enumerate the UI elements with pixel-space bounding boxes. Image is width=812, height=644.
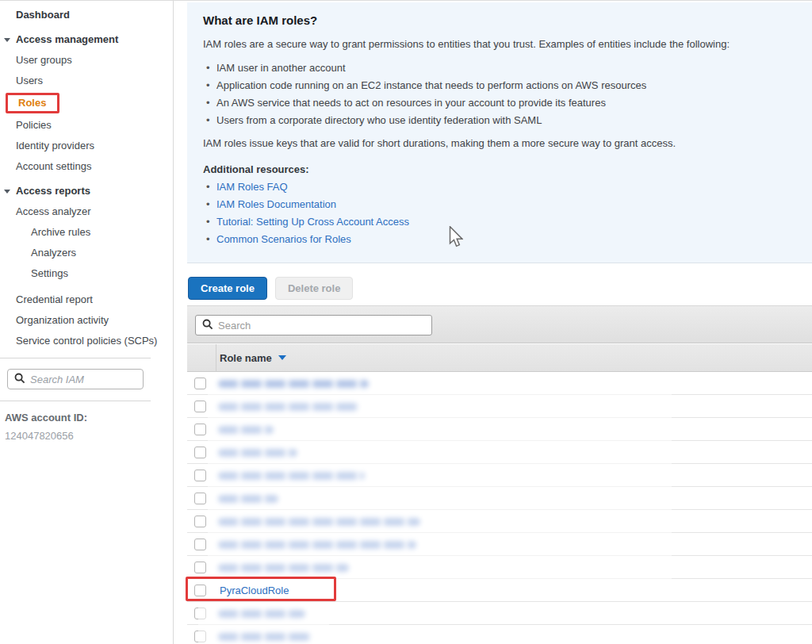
sidebar-item-label: Service control policies (SCPs): [0, 335, 157, 347]
sidebar-item-settings[interactable]: Settings: [0, 263, 173, 284]
resource-list-item: Common Scenarios for Roles: [203, 231, 793, 248]
redacted-role-name: [218, 472, 365, 480]
resource-list-item: IAM Roles FAQ: [203, 178, 793, 196]
table-row: [187, 625, 812, 644]
table-row: [187, 372, 812, 395]
sidebar-item-account-settings[interactable]: Account settings: [0, 156, 173, 177]
resource-link-iam-roles-documentation[interactable]: IAM Roles Documentation: [216, 198, 336, 210]
info-intro-text: IAM roles are a secure way to grant perm…: [203, 37, 793, 52]
sidebar-item-dashboard[interactable]: Dashboard: [0, 5, 173, 25]
sort-descending-icon: [278, 355, 286, 360]
table-row: [187, 510, 812, 533]
sidebar-item-label: Access reports: [0, 185, 90, 197]
sidebar-item-label: Account settings: [0, 160, 91, 172]
account-id-label: AWS account ID:: [5, 412, 87, 424]
chevron-down-icon: [4, 38, 10, 42]
row-checkbox[interactable]: [194, 401, 206, 412]
sidebar-item-label: Roles: [6, 93, 59, 113]
sidebar-item-user-groups[interactable]: User groups: [0, 50, 173, 71]
redacted-role-name: [218, 541, 416, 549]
sidebar-search-box[interactable]: [7, 369, 144, 389]
sidebar-item-label: Access management: [0, 33, 118, 45]
row-checkbox[interactable]: [194, 470, 206, 481]
sidebar-item-label: Archive rules: [0, 226, 90, 238]
create-role-button[interactable]: Create role: [188, 277, 267, 300]
sidebar-item-roles[interactable]: Roles: [0, 91, 173, 115]
sidebar-search-input[interactable]: [30, 374, 125, 385]
row-checkbox[interactable]: [194, 378, 206, 389]
resources-link-list: IAM Roles FAQIAM Roles DocumentationTuto…: [203, 178, 793, 248]
table-row: [187, 395, 812, 418]
info-bullet-item: An AWS service that needs to act on reso…: [203, 94, 793, 112]
row-checkbox[interactable]: [194, 585, 206, 596]
row-checkbox[interactable]: [194, 608, 206, 619]
redacted-role-name: [218, 449, 297, 457]
resource-link-tutorial-setting-up-cross-account-access[interactable]: Tutorial: Setting Up Cross Account Acces…: [216, 216, 409, 228]
table-row: PyraCloudRole: [187, 579, 812, 602]
table-search-input[interactable]: [218, 320, 408, 332]
redacted-role-name: [218, 495, 278, 503]
sidebar-divider: [0, 401, 151, 401]
row-checkbox[interactable]: [194, 493, 206, 504]
sidebar-item-credential-report[interactable]: Credential report: [0, 289, 173, 310]
sidebar-item-label: Credential report: [0, 293, 93, 305]
page-title: What are IAM roles?: [203, 13, 793, 27]
row-checkbox[interactable]: [194, 447, 206, 458]
sidebar-item-users[interactable]: Users: [0, 71, 173, 91]
resource-link-common-scenarios-for-roles[interactable]: Common Scenarios for Roles: [216, 233, 351, 245]
sidebar-item-label: Users: [0, 75, 43, 86]
role-link-pyracloudrole[interactable]: PyraCloudRole: [220, 579, 289, 602]
row-checkbox[interactable]: [194, 631, 206, 642]
table-header-row: Role name: [187, 344, 812, 372]
sidebar-nav: DashboardAccess managementUser groupsUse…: [0, 1, 173, 351]
search-icon: [202, 319, 213, 332]
table-row: [187, 464, 812, 487]
info-note-text: IAM roles issue keys that are valid for …: [203, 136, 793, 151]
account-block: AWS account ID: 124047820656: [5, 412, 87, 442]
info-bullet-item: Users from a corporate directory who use…: [203, 112, 793, 129]
redacted-role-name: [218, 403, 359, 411]
sidebar-item-label: Access analyzer: [0, 205, 91, 217]
sidebar-item-label: Identity providers: [0, 140, 94, 151]
table-row: [187, 487, 812, 510]
column-separator: [216, 344, 216, 372]
chevron-down-icon: [4, 190, 10, 194]
sidebar-item-archive-rules[interactable]: Archive rules: [0, 222, 173, 243]
role-table-body: PyraCloudRole: [187, 372, 812, 644]
sidebar-item-identity-providers[interactable]: Identity providers: [0, 136, 173, 156]
table-row: [187, 418, 812, 441]
sidebar-item-analyzers[interactable]: Analyzers: [0, 243, 173, 263]
row-checkbox[interactable]: [194, 424, 206, 435]
redacted-role-name: [218, 610, 305, 618]
row-checkbox[interactable]: [194, 562, 206, 573]
sidebar-item-label: User groups: [0, 54, 72, 66]
sidebar-item-policies[interactable]: Policies: [0, 115, 173, 136]
info-bullet-item: Application code running on an EC2 insta…: [203, 77, 793, 94]
info-bullet-list: IAM user in another accountApplication c…: [203, 59, 793, 129]
table-row: [187, 602, 812, 625]
row-checkbox[interactable]: [194, 539, 206, 550]
roles-toolbar: Create role Delete role: [188, 277, 353, 300]
sidebar-item-access-management[interactable]: Access management: [0, 29, 173, 50]
table-search-box[interactable]: [195, 315, 432, 335]
redacted-role-name: [218, 633, 312, 641]
sidebar-item-label: Policies: [0, 119, 52, 131]
table-row: [187, 556, 812, 579]
row-checkbox[interactable]: [194, 516, 206, 527]
iam-roles-info-panel: What are IAM roles? IAM roles are a secu…: [187, 2, 812, 263]
sidebar-item-label: Dashboard: [0, 9, 70, 21]
sidebar-item-label: Analyzers: [0, 247, 76, 259]
role-name-column-header[interactable]: Role name: [220, 344, 286, 372]
sidebar-item-access-analyzer[interactable]: Access analyzer: [0, 201, 173, 222]
table-search-band: [187, 305, 812, 343]
iam-sidebar: DashboardAccess managementUser groupsUse…: [0, 1, 174, 644]
sidebar-item-access-reports[interactable]: Access reports: [0, 181, 173, 201]
resource-list-item: IAM Roles Documentation: [203, 196, 793, 213]
additional-resources-label: Additional resources:: [203, 161, 793, 178]
search-icon: [14, 373, 25, 386]
sidebar-item-organization-activity[interactable]: Organization activity: [0, 310, 173, 331]
redacted-role-name: [218, 426, 274, 434]
info-bullet-item: IAM user in another account: [203, 59, 793, 77]
sidebar-item-service-control-policies-scps[interactable]: Service control policies (SCPs): [0, 331, 173, 351]
resource-link-iam-roles-faq[interactable]: IAM Roles FAQ: [216, 181, 288, 193]
